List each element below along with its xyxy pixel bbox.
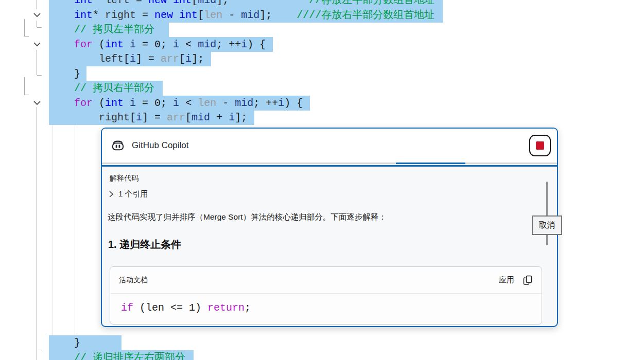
code-line[interactable]: } <box>49 335 121 350</box>
code-line[interactable]: } <box>49 66 86 81</box>
code-line[interactable]: // 递归排序左右两部分 <box>49 350 194 360</box>
explanation-text: 这段代码实现了归并排序（Merge Sort）算法的核心递归部分。下面逐步解释： <box>108 212 387 223</box>
references-label: 1 个引用 <box>118 189 148 199</box>
code-line[interactable]: int* right = new int[len - mid]; ////存放右… <box>49 8 443 23</box>
fold-guide-tick <box>24 36 29 37</box>
copilot-panel-header: GitHub Copilot <box>102 129 557 163</box>
references-expander[interactable]: 1 个引用 <box>109 189 148 199</box>
fold-chevron-icon[interactable] <box>33 41 41 47</box>
code-line[interactable]: for (int i = 0; i < mid; ++i) { <box>49 37 273 52</box>
code-line[interactable]: for (int i = 0; i < len - mid; ++i) { <box>49 96 310 111</box>
copilot-inline-chat-panel: GitHub Copilot 解释代码 1 个引用 这段代码实现了归并排序（Me… <box>101 128 558 327</box>
fold-guide-tick <box>24 95 29 95</box>
indent-guide <box>53 125 53 335</box>
copilot-icon <box>111 139 125 152</box>
progress-indicator <box>396 163 465 164</box>
progress-bar <box>102 163 557 164</box>
fold-guide-tick <box>37 350 42 350</box>
panel-title: GitHub Copilot <box>132 140 189 151</box>
section-heading: 1. 递归终止条件 <box>108 238 181 251</box>
code-snippet-line: if (len <= 1) return; <box>110 294 542 324</box>
fold-guide-line <box>37 21 37 27</box>
panel-scrollbar[interactable] <box>546 182 548 245</box>
code-line[interactable]: int* left = new int[mid]; //存放左半部分数组首地址 <box>49 0 443 8</box>
stop-icon <box>536 141 544 150</box>
copy-icon[interactable] <box>523 275 533 285</box>
cancel-button[interactable]: 取消 <box>532 215 562 235</box>
code-snippet-block: 活动文档 应用 if (len <= 1) return; <box>110 266 542 325</box>
code-snippet-source: 活动文档 <box>119 276 148 285</box>
stop-button[interactable] <box>529 135 551 156</box>
indent-guide <box>75 125 75 335</box>
chevron-right-icon <box>109 190 114 198</box>
command-label: 解释代码 <box>110 174 138 183</box>
fold-chevron-icon[interactable] <box>33 12 41 18</box>
fold-guide-tick <box>37 75 42 76</box>
code-snippet-header: 活动文档 应用 <box>110 267 542 294</box>
apply-button[interactable]: 应用 <box>499 275 514 285</box>
fold-guide-line <box>37 107 37 360</box>
code-line[interactable]: // 拷贝左半部分 <box>49 22 169 37</box>
code-line[interactable]: right[i] = arr[mid + i]; <box>49 110 254 125</box>
fold-guide-line <box>37 50 37 75</box>
fold-guide-tick <box>37 27 42 28</box>
copilot-panel-body: 解释代码 1 个引用 这段代码实现了归并排序（Merge Sort）算法的核心递… <box>102 167 557 326</box>
fold-guide-line <box>24 19 25 36</box>
fold-chevron-icon[interactable] <box>33 100 41 106</box>
code-line[interactable]: left[i] = arr[i]; <box>49 51 211 66</box>
fold-guide-line <box>24 77 25 95</box>
fold-guide-line <box>37 0 37 9</box>
code-line[interactable]: // 拷贝右半部分 <box>49 81 163 96</box>
